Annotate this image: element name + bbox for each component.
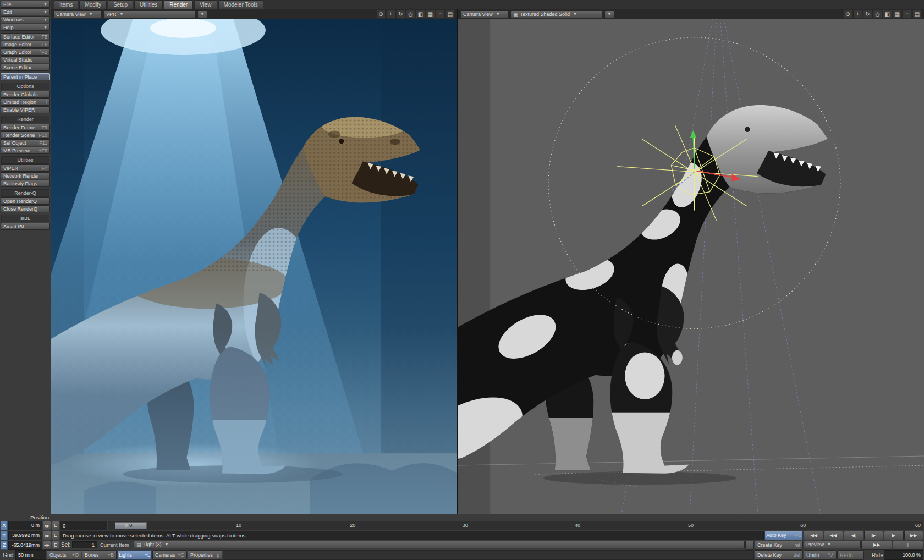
menu-icon[interactable]: ≡	[436, 10, 445, 19]
button-shortcut: +F1	[790, 532, 801, 538]
list-icon[interactable]: ▤	[446, 10, 455, 19]
prev-frame-button[interactable]: ◀|	[844, 531, 864, 540]
delete-key-button[interactable]: Delete Key del	[755, 550, 803, 560]
sidebar-item-mb-preview[interactable]: MB Preview +F9	[1, 147, 50, 154]
sidebar-item-radiosity-flags[interactable]: Radiosity Flags	[1, 180, 50, 187]
play-button[interactable]: ▶	[884, 531, 904, 540]
viewport-canvas-right[interactable]	[458, 19, 924, 514]
sidebar-item-smart-ibl[interactable]: Smart IBL	[1, 223, 50, 230]
menu-help[interactable]: Help ▼	[1, 24, 50, 31]
z-envelope-button[interactable]: E	[52, 541, 59, 550]
y-value[interactable]: 39.9992 mm	[8, 531, 42, 540]
view-type-dropdown[interactable]: Camera View ▼	[53, 10, 102, 18]
button-shortcut: p	[215, 552, 219, 558]
layout-grid-icon[interactable]: ▦	[426, 10, 435, 19]
item-label: Close RenderQ	[3, 206, 37, 212]
sidebar-item-viper[interactable]: VIPER F7	[1, 164, 50, 172]
edit-bones-button[interactable]: Bones +B	[82, 550, 117, 560]
x-spinner[interactable]: ◀▶	[43, 521, 51, 530]
zoom-icon[interactable]: ◎	[406, 10, 415, 19]
menu-icon[interactable]: ≡	[903, 10, 912, 19]
sidebar-item-parent-in-place[interactable]: Parent in Place	[1, 73, 50, 80]
tab-setup[interactable]: Setup	[108, 0, 133, 9]
x-envelope-button[interactable]: E	[52, 521, 59, 530]
go-to-end-button[interactable]: ▶▶	[904, 531, 924, 540]
redo-button[interactable]: Redo	[837, 550, 864, 560]
sidebar-item-limited-region[interactable]: Limited Region l	[1, 98, 50, 106]
preview-pause-button[interactable]: ||	[893, 541, 923, 550]
z-spinner[interactable]: ◀▶	[43, 541, 51, 550]
sidebar-item-sel-object[interactable]: Sel Object F11	[1, 139, 50, 146]
list-icon[interactable]: ▤	[912, 10, 922, 19]
create-key-button[interactable]: Create Key ret	[755, 541, 803, 550]
minmax-icon[interactable]: ◧	[416, 10, 425, 19]
sidebar-item-enable-viper[interactable]: Enable VIPER	[1, 106, 50, 113]
current-item-dropdown[interactable]: ▤ Light (3) ▼	[134, 541, 745, 548]
frame-field[interactable]	[60, 521, 107, 530]
tab-items[interactable]: Items	[54, 0, 78, 9]
prev-keyframe-button[interactable]: ◀◀	[824, 531, 844, 540]
viewport-options-dropdown[interactable]: ▼	[604, 10, 614, 18]
menu-file[interactable]: File ▼	[1, 1, 50, 8]
sidebar-item-render-globals[interactable]: Render Globals	[1, 91, 50, 98]
view-type-dropdown[interactable]: Camera View ▼	[460, 10, 509, 18]
tab-modeler-tools[interactable]: Modeler Tools	[218, 0, 263, 9]
sidebar-item-graph-editor[interactable]: Graph Editor ^F2	[1, 48, 50, 56]
go-to-start-button[interactable]: |◀◀	[804, 531, 823, 540]
tab-view[interactable]: View	[194, 0, 217, 9]
lightwave-layout-window: Items Modify Setup Utilities Render View…	[0, 0, 924, 560]
x-value[interactable]: 0 m	[8, 521, 42, 530]
timeline-slider-handle[interactable]: 0	[115, 522, 147, 529]
tab-modify[interactable]: Modify	[79, 0, 106, 9]
center-item-icon[interactable]: ⊕	[843, 10, 853, 19]
current-item-label: Current Item	[99, 541, 133, 550]
pan-icon[interactable]: +	[853, 10, 862, 19]
rotate-icon[interactable]: ↻	[863, 10, 872, 19]
zoom-icon[interactable]: ◎	[873, 10, 882, 19]
auto-key-button[interactable]: Auto Key +F1	[765, 531, 803, 540]
rotate-icon[interactable]: ↻	[396, 10, 405, 19]
sidebar-item-close-renderq[interactable]: Close RenderQ	[1, 205, 50, 212]
properties-button[interactable]: Properties p	[188, 550, 222, 560]
sidebar-item-surface-editor[interactable]: Surface Editor F5	[1, 33, 50, 40]
sidebar-item-render-frame[interactable]: Render Frame F9	[1, 124, 50, 131]
y-envelope-button[interactable]: E	[52, 531, 59, 540]
tab-utilities[interactable]: Utilities	[134, 0, 163, 9]
sidebar-item-render-scene[interactable]: Render Scene F10	[1, 131, 50, 139]
menu-windows[interactable]: Windows ▼	[1, 16, 50, 23]
z-value[interactable]: -65.0419mm	[8, 541, 42, 550]
edit-objects-button[interactable]: Objects +O	[47, 550, 81, 560]
axis-y-badge: Y	[1, 531, 8, 540]
viewport-options-dropdown[interactable]: ▼	[197, 10, 207, 18]
undo-button[interactable]: Undo ^Z	[804, 550, 837, 560]
preview-play-button[interactable]: ▶▶	[861, 541, 892, 550]
edit-lights-button[interactable]: Lights +L	[117, 550, 152, 560]
item-lock-toggle[interactable]	[745, 541, 754, 550]
render-mode-dropdown[interactable]: VPR ▼	[103, 10, 196, 18]
pan-icon[interactable]: +	[386, 10, 395, 19]
menu-edit[interactable]: Edit ▼	[1, 8, 50, 15]
sidebar-item-virtual-studio[interactable]: Virtual Studio	[1, 56, 50, 63]
tab-render[interactable]: Render	[164, 0, 193, 9]
sidebar-item-image-editor[interactable]: Image Editor F6	[1, 41, 50, 48]
next-frame-button[interactable]: |▶	[864, 531, 884, 540]
section-header-renderq: Render-Q	[1, 189, 50, 197]
position-row: Position	[0, 514, 924, 520]
item-label: Sel Object	[3, 140, 26, 146]
center-item-icon[interactable]: ⊕	[376, 10, 386, 19]
layout-grid-icon[interactable]: ▦	[893, 10, 902, 19]
rate-value[interactable]: 100.0 %	[884, 550, 923, 560]
y-spinner[interactable]: ◀▶	[43, 531, 51, 540]
grid-size-value[interactable]: 50 mm	[15, 550, 46, 560]
sidebar-item-open-renderq[interactable]: Open RenderQ	[1, 197, 50, 205]
section-header-options: Options	[1, 83, 50, 90]
sidebar-item-network-render[interactable]: Network Render	[1, 172, 50, 179]
render-mode-dropdown[interactable]: ▣ Textured Shaded Solid ▼	[510, 10, 603, 18]
preview-dropdown[interactable]: Preview ▼	[804, 541, 861, 548]
minmax-icon[interactable]: ◧	[883, 10, 892, 19]
edit-cameras-button[interactable]: Cameras +C	[152, 550, 187, 560]
timeline-ruler[interactable]: 0 0 10 20 30 40 50 60 60	[108, 521, 923, 530]
viewport-canvas-left[interactable]	[51, 19, 457, 514]
sidebar-item-scene-editor[interactable]: Scene Editor	[1, 64, 50, 71]
item-label: Open RenderQ	[3, 199, 37, 204]
